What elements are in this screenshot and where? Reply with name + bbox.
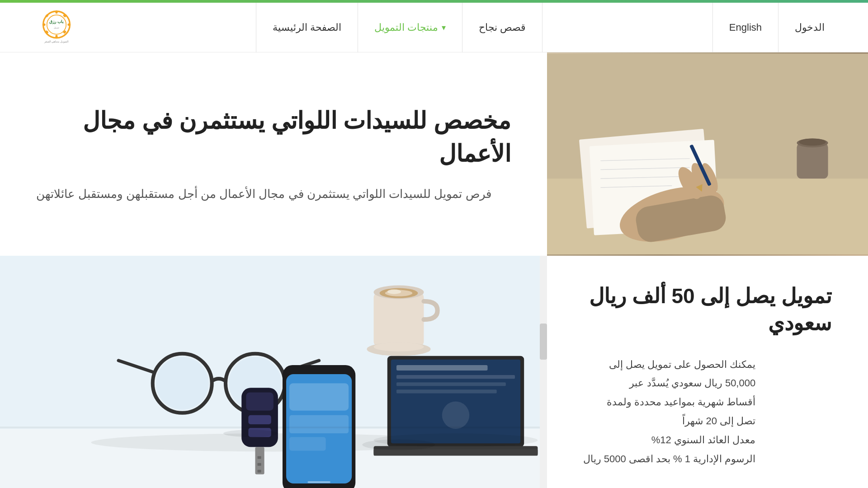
svg-text:التمويل متناهي الصغر: التمويل متناهي الصغر [44,40,69,43]
svg-point-71 [223,430,278,437]
svg-rect-64 [396,375,515,379]
svg-rect-2 [56,35,58,38]
svg-rect-66 [396,389,497,393]
svg-point-67 [442,402,469,429]
svg-rect-53 [258,463,261,466]
svg-rect-70 [0,427,547,428]
lower-text-area: تمويل يصل إلى 50 ألف ريال سعودي يمكنك ال… [547,256,868,488]
desk-illustration [0,256,547,488]
nav-links: قصص نجاح ▾ منتجات التمويل الصفحة الرئيسي… [256,3,542,52]
svg-rect-58 [289,415,349,433]
lower-desc-line-4: تصل إلى 20 شهراً [583,412,756,431]
hero-main-title: مخصص للسيدات اللواتي يستثمرن في مجال الأ… [36,104,511,170]
nav-login-link[interactable]: الدخول [778,3,841,52]
nav-logo[interactable]: باب رزق جميل التمويل متناهي الصغر [27,5,86,50]
lower-desc-line-2: 50,000 ريال سعودي يُسدَّد عبر [583,374,756,393]
nav-link-success-stories[interactable]: قصص نجاح [462,3,542,52]
nav-link-finance-products-label: منتجات التمويل [374,22,438,33]
lower-desc-line-3: أقساط شهرية بمواعيد محددة ولمدة [583,393,756,412]
svg-rect-69 [374,449,538,455]
svg-text:باب رزق: باب رزق [49,19,64,24]
lower-desc-line-5: معدل العائد السنوي 12% [583,431,756,450]
logo-svg: باب رزق جميل التمويل متناهي الصغر [36,7,77,48]
svg-point-40 [374,343,424,352]
svg-rect-52 [258,456,261,459]
lower-image [0,256,547,488]
svg-text:جميل: جميل [54,26,59,28]
svg-rect-59 [289,437,326,450]
nav-link-home[interactable]: الصفحة الرئيسية [256,3,358,52]
hero-img-placeholder [547,52,868,256]
svg-rect-34 [374,292,424,347]
hero-illustration [547,52,868,256]
svg-point-42 [156,357,209,410]
navbar: الدخول English قصص نجاح ▾ منتجات التمويل… [0,3,868,52]
svg-point-38 [387,290,401,294]
svg-rect-65 [396,382,506,386]
lower-desc-line-6: الرسوم الإدارية 1 % بحد اقصى 5000 ريال [583,450,756,469]
nav-link-finance-products[interactable]: ▾ منتجات التمويل [358,3,462,52]
svg-point-73 [374,433,538,447]
hero-image [547,52,868,256]
lower-img-placeholder [0,256,547,488]
hero-text-area: مخصص للسيدات اللواتي يستثمرن في مجال الأ… [0,52,547,256]
lower-section: تمويل يصل إلى 50 ألف ريال سعودي يمكنك ال… [0,256,868,488]
lower-description: يمكنك الحصول على تمويل يصل إلى 50,000 ري… [583,355,756,469]
lower-desc-line-1: يمكنك الحصول على تمويل يصل إلى [583,355,756,374]
svg-point-9 [47,15,66,34]
svg-rect-57 [289,383,349,410]
scrollbar-thumb[interactable] [540,324,547,360]
nav-english-link[interactable]: English [712,3,778,52]
svg-rect-4 [68,23,71,26]
svg-rect-49 [248,415,271,424]
svg-point-30 [799,138,826,145]
hero-subtitle: فرص تمويل للسيدات اللواتي يستثمرن في مجا… [36,184,491,204]
svg-rect-3 [42,23,46,26]
svg-rect-54 [258,470,261,473]
svg-rect-48 [246,392,273,410]
scrollbar[interactable] [540,256,547,488]
svg-rect-60 [307,481,330,483]
dropdown-arrow-icon: ▾ [442,23,446,33]
svg-rect-1 [56,10,58,14]
svg-rect-63 [396,365,488,371]
svg-rect-28 [797,143,828,178]
hero-section: مخصص للسيدات اللواتي يستثمرن في مجال الأ… [0,52,868,256]
lower-title: تمويل يصل إلى 50 ألف ريال سعودي [583,283,832,337]
nav-left: الدخول English [712,3,841,52]
